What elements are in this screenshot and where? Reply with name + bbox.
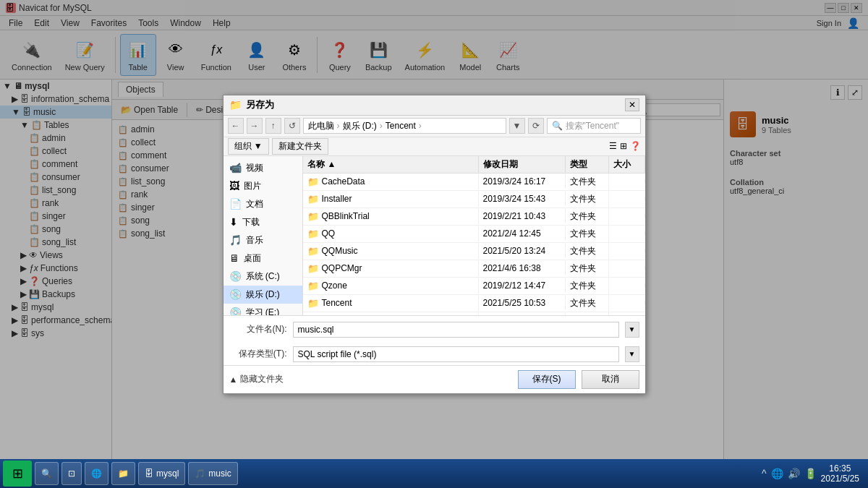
- file-row[interactable]: 📁QQPCMgr 2021/4/6 16:38 文件夹: [303, 260, 645, 278]
- breadcrumb-sep-1: ›: [337, 121, 340, 131]
- view-list-icon[interactable]: ☰: [609, 141, 617, 151]
- taskbar-task-view-button[interactable]: ⊡: [61, 462, 82, 485]
- dialog-save-icon: 📁: [229, 99, 242, 111]
- dialog-title-left: 📁 另存为: [229, 98, 274, 111]
- dsidebar-e-drive[interactable]: 💿 学习 (E:): [224, 304, 302, 315]
- dsidebar-video[interactable]: 📹 视频: [224, 159, 302, 177]
- dialog-title-text: 另存为: [246, 98, 274, 111]
- taskbar-task-view-icon: ⊡: [68, 468, 75, 479]
- search-placeholder: 搜索"Tencent": [566, 120, 620, 132]
- taskbar-explorer-button[interactable]: 📁: [111, 462, 135, 485]
- sort-icon: ▲: [328, 159, 336, 169]
- folder-icon: 📁: [307, 176, 319, 187]
- filename-dropdown-button[interactable]: ▼: [625, 322, 639, 338]
- file-name: QBBlinkTrial: [322, 211, 370, 221]
- file-row[interactable]: 📁QQ 2021/2/4 12:45 文件夹: [303, 226, 645, 243]
- taskbar-search-button[interactable]: 🔍: [35, 462, 59, 485]
- organize-label: 组织 ▼: [234, 140, 263, 153]
- dsidebar-pictures[interactable]: 🖼 图片: [224, 177, 302, 195]
- expand-icon: ▲: [229, 374, 238, 385]
- tray-date-value: 2021/5/25: [821, 474, 859, 484]
- taskbar-music-tab[interactable]: 🎵 music: [188, 462, 237, 485]
- tray-sound-icon[interactable]: 🔊: [788, 468, 800, 479]
- dsidebar-video-label: 视频: [246, 162, 263, 174]
- search-box[interactable]: 🔍 搜索"Tencent": [547, 118, 641, 134]
- dsidebar-d-drive-label: 娱乐 (D:): [246, 288, 280, 301]
- dsidebar-music-label: 音乐: [246, 234, 263, 247]
- dsidebar-c-drive[interactable]: 💿 系统 (C:): [224, 267, 302, 286]
- nav-refresh-button[interactable]: ↺: [284, 118, 300, 134]
- file-type: 文件夹: [566, 295, 609, 312]
- taskbar-edge-button[interactable]: 🌐: [85, 462, 109, 485]
- dsidebar-downloads[interactable]: ⬇ 下载: [224, 213, 302, 231]
- modal-overlay: 📁 另存为 ✕ ← → ↑ ↺ 此电脑 › 娱乐 (D:) › Tencent …: [0, 0, 868, 488]
- tray-time-value: 16:35: [821, 463, 859, 474]
- nav-dropdown-button[interactable]: ▼: [509, 118, 525, 134]
- help-icon[interactable]: ❓: [630, 141, 641, 151]
- taskbar-search-icon: 🔍: [41, 468, 52, 479]
- search-icon: 🔍: [552, 121, 563, 131]
- breadcrumb-drive: 娱乐 (D:): [343, 120, 377, 132]
- nav-back-button[interactable]: ←: [228, 118, 244, 134]
- breadcrumb-computer: 此电脑: [308, 120, 334, 132]
- file-row[interactable]: 📁QQMusic 2021/5/20 13:24 文件夹: [303, 243, 645, 260]
- downloads-icon: ⬇: [229, 216, 238, 228]
- start-button[interactable]: ⊞: [3, 461, 32, 487]
- file-size: [609, 214, 645, 218]
- dialog-main: 📹 视频 🖼 图片 📄 文档 ⬇ 下载 🎵 音乐: [224, 156, 645, 315]
- new-folder-button[interactable]: 新建文件夹: [272, 138, 328, 155]
- tray-expand-icon[interactable]: ^: [762, 468, 767, 479]
- folder-icon: 📁: [307, 211, 319, 222]
- dialog-sidebar: 📹 视频 🖼 图片 📄 文档 ⬇ 下载 🎵 音乐: [224, 156, 303, 315]
- dsidebar-d-drive[interactable]: 💿 娱乐 (D:): [224, 286, 302, 304]
- file-date: 2019/3/24 15:43: [479, 192, 566, 206]
- nav-up-button[interactable]: ↑: [265, 118, 281, 134]
- view-grid-icon[interactable]: ⊞: [620, 141, 627, 151]
- tray-network-icon[interactable]: 🌐: [771, 468, 783, 479]
- file-row[interactable]: 📁CacheData 2019/3/24 16:17 文件夹: [303, 174, 645, 191]
- organize-button[interactable]: 组织 ▼: [228, 138, 269, 155]
- file-size: [609, 283, 645, 288]
- dsidebar-pictures-label: 图片: [244, 180, 261, 192]
- new-folder-label: 新建文件夹: [278, 140, 322, 153]
- filetype-dropdown-button[interactable]: ▼: [625, 346, 639, 362]
- nav-forward-button[interactable]: →: [247, 118, 263, 134]
- file-row[interactable]: 📁Tencent 2021/5/25 10:53 文件夹: [303, 295, 645, 312]
- dsidebar-c-drive-label: 系统 (C:): [246, 270, 280, 283]
- file-size: [609, 266, 645, 270]
- cancel-button[interactable]: 取消: [582, 370, 639, 389]
- taskbar-explorer-icon: 📁: [118, 468, 129, 479]
- col-header-type[interactable]: 类型: [566, 156, 609, 173]
- hide-files-toggle[interactable]: ▲ 隐藏文件夹: [229, 373, 284, 385]
- dialog-close-button[interactable]: ✕: [625, 98, 639, 111]
- file-row[interactable]: 📁tgppatches 2019/2/21 11:58 文件夹: [303, 312, 645, 315]
- taskbar-mysql-tab[interactable]: 🗄 mysql: [138, 462, 185, 485]
- filename-input[interactable]: [293, 322, 619, 338]
- tray-clock[interactable]: 16:35 2021/5/25: [821, 463, 859, 484]
- file-row[interactable]: 📁Qzone 2019/2/12 14:47 文件夹: [303, 278, 645, 295]
- file-type: 文件夹: [566, 260, 609, 277]
- file-date: 2021/2/4 12:45: [479, 226, 566, 241]
- col-header-name[interactable]: 名称 ▲: [303, 156, 479, 173]
- dialog-toolbar-right: ☰ ⊞ ❓: [609, 141, 641, 151]
- save-button[interactable]: 保存(S): [518, 370, 576, 389]
- breadcrumb-folder: Tencent: [386, 121, 416, 131]
- file-row[interactable]: 📁Installer 2019/3/24 15:43 文件夹: [303, 191, 645, 208]
- file-size: [609, 301, 645, 305]
- action-buttons: 保存(S) 取消: [518, 370, 639, 389]
- nav-refresh2-button[interactable]: ⟳: [528, 118, 544, 134]
- breadcrumb[interactable]: 此电脑 › 娱乐 (D:) › Tencent ›: [303, 118, 506, 134]
- col-header-size[interactable]: 大小: [609, 156, 645, 173]
- file-date: 2019/2/21 10:43: [479, 209, 566, 223]
- dsidebar-music[interactable]: 🎵 音乐: [224, 231, 302, 249]
- filetype-input[interactable]: [293, 346, 619, 362]
- dsidebar-docs[interactable]: 📄 文档: [224, 195, 302, 213]
- file-list-header: 名称 ▲ 修改日期 类型 大小: [303, 156, 645, 174]
- hide-files-label: 隐藏文件夹: [240, 373, 284, 385]
- save-dialog: 📁 另存为 ✕ ← → ↑ ↺ 此电脑 › 娱乐 (D:) › Tencent …: [223, 95, 646, 394]
- file-row[interactable]: 📁QBBlinkTrial 2019/2/21 10:43 文件夹: [303, 208, 645, 226]
- dialog-title-bar: 📁 另存为 ✕: [224, 95, 645, 116]
- col-header-date[interactable]: 修改日期: [479, 156, 566, 173]
- dsidebar-desktop[interactable]: 🖥 桌面: [224, 249, 302, 267]
- tray-battery-icon[interactable]: 🔋: [804, 468, 817, 479]
